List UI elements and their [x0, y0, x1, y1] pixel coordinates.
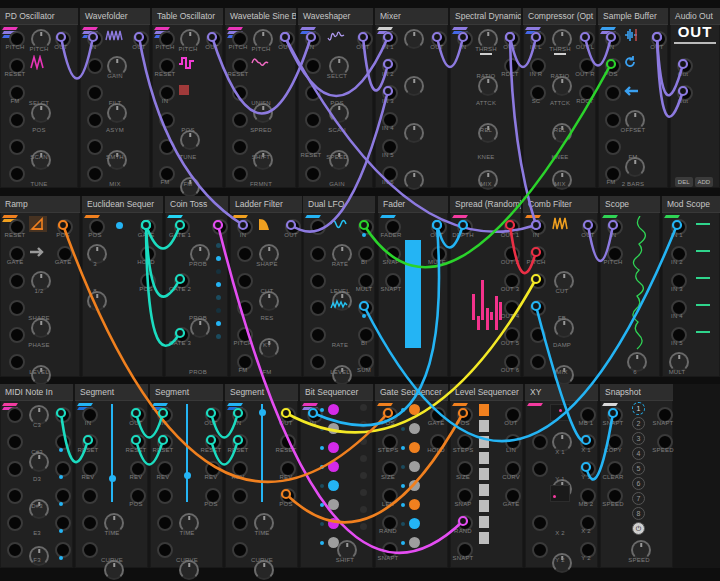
port-jack[interactable]: [87, 85, 103, 101]
module-title[interactable]: Spread (Random): [450, 196, 521, 213]
port-jack[interactable]: [232, 166, 248, 182]
xy-pad[interactable]: [550, 485, 570, 502]
level-cell[interactable]: [479, 452, 489, 464]
module-title[interactable]: Coin Toss: [165, 196, 228, 213]
del-button[interactable]: DEL: [675, 177, 693, 187]
port-jack[interactable]: [7, 488, 23, 504]
port-jack[interactable]: [87, 58, 103, 74]
level-cell[interactable]: [479, 468, 489, 480]
power-icon[interactable]: ⏻: [632, 522, 645, 535]
knob-phase[interactable]: [31, 365, 51, 385]
knob-d3[interactable]: [29, 499, 49, 519]
port-jack[interactable]: [9, 327, 25, 343]
module-title[interactable]: Spectral Dynamic: [450, 8, 521, 25]
add-button[interactable]: ADD: [695, 177, 714, 187]
knob-curve[interactable]: [104, 560, 124, 580]
module-title[interactable]: Comb Filter: [523, 196, 598, 213]
port-jack[interactable]: [530, 273, 546, 289]
port-jack[interactable]: [232, 542, 248, 558]
knob-rel[interactable]: [478, 170, 498, 190]
port-jack[interactable]: [605, 85, 621, 101]
module-title[interactable]: XY: [525, 384, 598, 401]
segment-slider[interactable]: [105, 404, 119, 502]
step-cell[interactable]: [328, 442, 339, 453]
module-title[interactable]: MIDI Note In: [0, 384, 73, 401]
module-title[interactable]: Ladder Filter: [230, 196, 302, 213]
port-jack[interactable]: [232, 515, 248, 531]
module-title[interactable]: PD Oscillator: [0, 8, 78, 25]
port-jack[interactable]: [7, 407, 23, 423]
level-cell[interactable]: [479, 436, 489, 448]
knob-attck[interactable]: [552, 123, 572, 143]
knob-pos[interactable]: [329, 103, 349, 123]
module-title[interactable]: Snapshot: [600, 384, 673, 401]
module-title[interactable]: Bit Sequencer: [300, 384, 373, 401]
knob-c-3[interactable]: [29, 452, 49, 472]
port-jack[interactable]: [82, 515, 98, 531]
module-title[interactable]: Waveshaper: [298, 8, 373, 25]
port-jack[interactable]: [7, 515, 23, 531]
port-jack[interactable]: [605, 139, 621, 155]
module-title[interactable]: Compressor (Opt: [523, 8, 596, 25]
level-cell[interactable]: [479, 500, 489, 512]
port-jack[interactable]: [9, 112, 25, 128]
module-title[interactable]: Fader: [378, 196, 448, 213]
knob-cut[interactable]: [259, 291, 279, 311]
module-title[interactable]: Ramp: [0, 196, 80, 213]
knob-rel[interactable]: [552, 170, 572, 190]
port-jack[interactable]: [532, 515, 548, 531]
port-jack[interactable]: [532, 434, 548, 450]
port-jack[interactable]: [157, 542, 173, 558]
knob-jack[interactable]: [404, 76, 424, 96]
port-jack[interactable]: [232, 112, 248, 128]
port-jack[interactable]: [232, 85, 248, 101]
step-cell[interactable]: [328, 461, 339, 472]
knob-attck[interactable]: [478, 123, 498, 143]
port-jack[interactable]: [7, 461, 23, 477]
level-cell[interactable]: [479, 532, 489, 544]
port-jack[interactable]: [237, 246, 253, 262]
port-jack[interactable]: [232, 488, 248, 504]
module-title[interactable]: Scope: [600, 196, 660, 213]
module-title[interactable]: Wavefolder: [80, 8, 150, 25]
step-cell[interactable]: [409, 480, 420, 491]
snapshot-slot-3[interactable]: 3: [632, 432, 645, 445]
module-title[interactable]: Dual LFO: [303, 196, 375, 213]
knob-pos[interactable]: [31, 150, 51, 170]
step-cell[interactable]: [409, 518, 420, 529]
snapshot-slot-6[interactable]: 6: [632, 477, 645, 490]
module-title[interactable]: Segment: [150, 384, 223, 401]
port-jack[interactable]: [305, 112, 321, 128]
port-jack[interactable]: [310, 354, 326, 370]
knob-8[interactable]: [87, 291, 107, 311]
knob-pos[interactable]: [180, 130, 200, 150]
slider-handle[interactable]: [259, 409, 266, 416]
port-jack[interactable]: [55, 542, 71, 558]
port-jack[interactable]: [310, 219, 326, 235]
snapshot-slot-5[interactable]: 5: [632, 462, 645, 475]
fader-handle[interactable]: [405, 240, 421, 348]
port-jack[interactable]: [530, 300, 546, 316]
port-jack[interactable]: [310, 246, 326, 262]
port-jack[interactable]: [305, 58, 321, 74]
port-jack[interactable]: [9, 139, 25, 155]
knob-fb[interactable]: [554, 318, 574, 338]
port-jack[interactable]: [82, 488, 98, 504]
port-jack[interactable]: [159, 112, 175, 128]
port-jack[interactable]: [9, 300, 25, 316]
module-title[interactable]: Mixer: [375, 8, 448, 25]
module-title[interactable]: Gate Sequencer: [375, 384, 448, 401]
port-jack[interactable]: [310, 300, 326, 316]
xy-pad[interactable]: [550, 404, 570, 421]
level-cell[interactable]: [479, 420, 489, 432]
port-jack[interactable]: [232, 139, 248, 155]
port-jack[interactable]: [157, 515, 173, 531]
port-jack[interactable]: [358, 300, 374, 316]
knob-jack[interactable]: [404, 123, 424, 143]
snapshot-slot-1[interactable]: 1: [632, 402, 645, 415]
module-title[interactable]: Segment: [225, 384, 298, 401]
knob-asym[interactable]: [107, 150, 127, 170]
module-title[interactable]: Table Oscillator: [152, 8, 223, 25]
knob-d-3[interactable]: [29, 546, 49, 566]
knob-shape[interactable]: [31, 318, 51, 338]
